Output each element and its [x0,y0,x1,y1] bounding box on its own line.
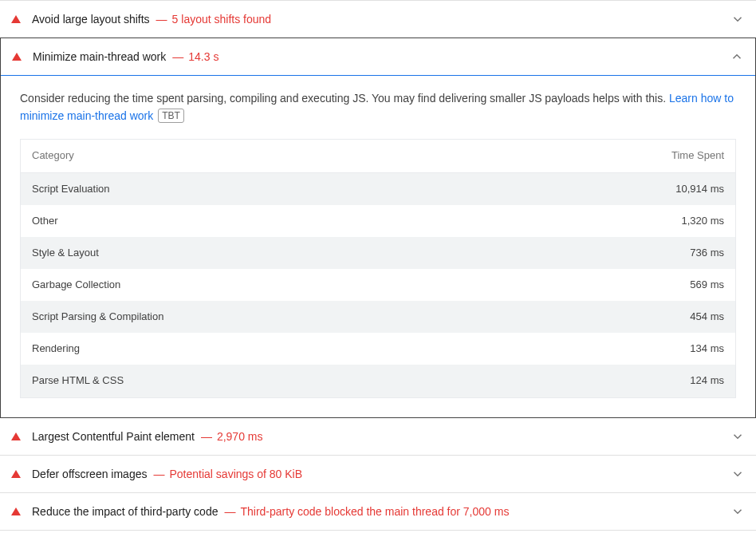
table-row: Parse HTML & CSS 124 ms [21,365,735,397]
breakdown-table: Category Time Spent Script Evaluation 10… [20,139,736,397]
warning-triangle-icon [12,53,22,61]
audit-item-offscreen-images[interactable]: Defer offscreen images — Potential savin… [0,456,756,493]
audit-detail: Potential savings of 80 KiB [169,468,302,480]
chevron-down-icon [730,467,745,481]
col-time-spent: Time Spent [628,148,724,164]
table-row: Other 1,320 ms [21,205,735,237]
separator: — [153,468,164,480]
cell-category: Garbage Collection [32,277,628,293]
separator: — [201,430,212,443]
audit-title: Defer offscreen images [32,468,147,480]
audit-list: Avoid large layout shifts — 5 layout shi… [0,0,756,541]
audit-detail: Third-party code blocked the main thread… [240,505,509,518]
table-header-row: Category Time Spent [21,140,735,172]
audit-detail: 14.3 s [188,50,219,63]
chevron-down-icon [730,504,745,519]
table-row: Rendering 134 ms [21,333,735,365]
table-row: Script Evaluation 10,914 ms [21,173,735,205]
table-row: Style & Layout 736 ms [21,237,735,269]
warning-triangle-icon [11,470,21,478]
audit-body: Consider reducing the time spent parsing… [1,76,755,417]
audit-item-third-party[interactable]: Reduce the impact of third-party code — … [0,493,756,531]
audit-header[interactable]: Avoid large layout shifts — 5 layout shi… [0,1,756,38]
audit-header[interactable]: Eliminate render-blocking resources — Po… [0,531,756,542]
audit-header[interactable]: Defer offscreen images — Potential savin… [0,456,756,492]
separator: — [224,505,235,518]
cell-time: 10,914 ms [628,181,724,197]
warning-triangle-icon [11,15,21,23]
cell-time: 569 ms [628,277,724,293]
cell-time: 454 ms [628,309,724,325]
separator: — [156,13,167,26]
table-row: Garbage Collection 569 ms [21,269,735,301]
audit-description: Consider reducing the time spent parsing… [20,92,669,105]
cell-category: Script Parsing & Compilation [32,309,628,325]
audit-header[interactable]: Largest Contentful Paint element — 2,970… [0,418,756,455]
separator: — [172,50,183,63]
audit-item-lcp[interactable]: Largest Contentful Paint element — 2,970… [0,418,756,456]
cell-category: Parse HTML & CSS [32,373,628,389]
audit-title: Reduce the impact of third-party code [32,505,218,518]
audit-detail: 5 layout shifts found [172,13,272,26]
audit-item-render-blocking[interactable]: Eliminate render-blocking resources — Po… [0,531,756,542]
audit-title: Avoid large layout shifts [32,13,150,26]
audit-item-layout-shifts[interactable]: Avoid large layout shifts — 5 layout shi… [0,1,756,38]
audit-header[interactable]: Reduce the impact of third-party code — … [0,493,756,530]
chevron-down-icon [730,12,745,26]
col-category: Category [32,148,628,164]
warning-triangle-icon [11,507,21,515]
cell-time: 124 ms [628,373,724,389]
audit-detail: 2,970 ms [217,430,263,443]
cell-category: Rendering [32,341,628,357]
cell-time: 1,320 ms [628,213,724,229]
chevron-down-icon [730,429,745,444]
cell-category: Script Evaluation [32,181,628,197]
cell-time: 134 ms [628,341,724,357]
audit-header[interactable]: Minimize main-thread work — 14.3 s [1,38,755,76]
cell-category: Style & Layout [32,245,628,261]
cell-time: 736 ms [628,245,724,261]
cell-category: Other [32,213,628,229]
audit-title: Largest Contentful Paint element [32,430,195,443]
warning-triangle-icon [11,432,21,440]
chevron-up-icon [730,49,744,64]
table-row: Script Parsing & Compilation 454 ms [21,301,735,333]
metric-tag: TBT [158,109,184,123]
audit-title: Minimize main-thread work [33,50,166,63]
audit-item-main-thread[interactable]: Minimize main-thread work — 14.3 s Consi… [0,38,756,418]
